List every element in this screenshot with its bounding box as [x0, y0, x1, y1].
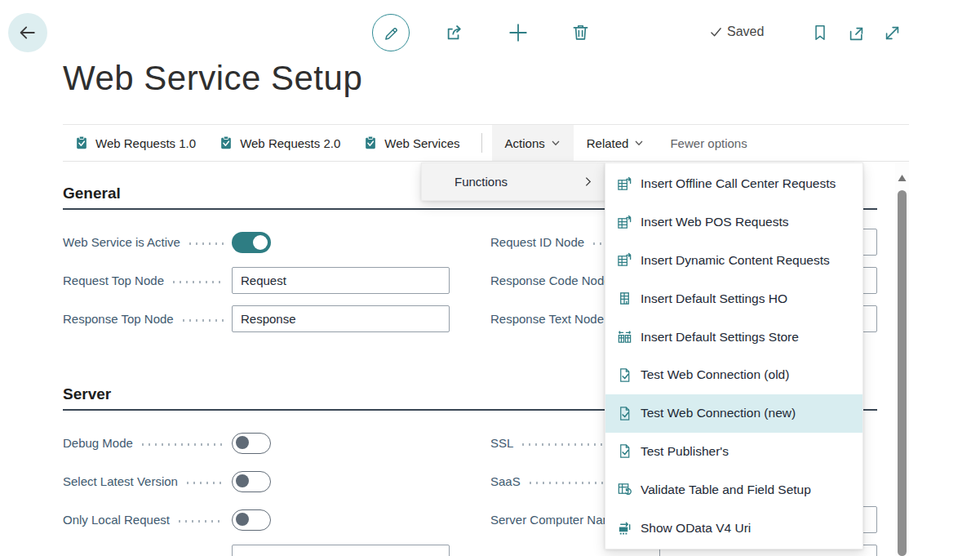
field-response-top-node: Response Top Node: [63, 300, 450, 338]
table-refresh-icon: [617, 482, 632, 497]
menu-item-functions[interactable]: Functions: [422, 163, 605, 200]
check-icon: [710, 26, 722, 38]
field-label: Server Computer Name: [490, 513, 619, 527]
submenu-item-label: Validate Table and Field Setup: [641, 483, 811, 497]
field-label: Response Top Node: [63, 312, 174, 326]
field-label: Web Service is Active: [63, 235, 180, 249]
save-status-label: Saved: [727, 24, 764, 39]
clipboard-check-icon: [74, 136, 89, 150]
action-bar: Web Requests 1.0 Web Requests 2.0 Web Se…: [63, 124, 909, 162]
submenu-item[interactable]: Insert Default Settings HO: [605, 279, 862, 318]
scrollbar-thumb[interactable]: [898, 190, 907, 556]
add-new-icon: [508, 22, 529, 43]
debug-mode-toggle[interactable]: [232, 433, 271, 454]
back-button[interactable]: [8, 13, 47, 52]
ribbon-tab-label: Web Requests 1.0: [95, 136, 196, 150]
actions-menu-button[interactable]: Actions: [492, 125, 574, 161]
submenu-item-label: Insert Offline Call Center Requests: [641, 176, 836, 191]
functions-submenu: Insert Offline Call Center Requests Inse…: [605, 162, 863, 549]
ribbon-tab[interactable]: Web Services: [352, 125, 471, 161]
bookmark-button[interactable]: [811, 24, 829, 42]
open-in-new-window-icon: [847, 24, 866, 43]
dotted-leader: [171, 281, 224, 283]
field-label: SSL: [490, 436, 513, 450]
actions-dropdown-menu: Functions: [421, 162, 605, 201]
ribbon-tab[interactable]: Web Requests 2.0: [207, 125, 352, 161]
scroll-up-arrow-icon[interactable]: [898, 174, 907, 182]
ribbon-tab-label: Web Requests 2.0: [240, 136, 340, 150]
field-partial-left: [63, 539, 450, 556]
open-in-new-window-button[interactable]: [847, 24, 866, 43]
delete-button[interactable]: [570, 22, 591, 42]
request-top-node-input[interactable]: [232, 267, 450, 294]
clipboard-check-icon: [219, 136, 233, 150]
submenu-item-label: Test Publisher's: [641, 444, 729, 459]
field-label: Request ID Node: [490, 235, 584, 249]
new-button[interactable]: [508, 22, 529, 43]
page-check-icon: [617, 443, 632, 459]
submenu-item-label: Insert Default Settings Store: [641, 330, 799, 345]
submenu-item[interactable]: Test Web Connection (new): [605, 394, 862, 433]
field-label: Response Text Node: [490, 312, 604, 326]
response-top-node-input[interactable]: [232, 305, 450, 332]
back-arrow-icon: [18, 23, 38, 42]
vertical-scrollbar[interactable]: [895, 162, 909, 556]
delete-trash-icon: [570, 22, 591, 42]
submenu-item-label: Test Web Connection (old): [641, 367, 789, 382]
submenu-item-label: Insert Dynamic Content Requests: [641, 253, 830, 268]
ribbon-tab[interactable]: Web Requests 1.0: [63, 125, 207, 161]
edit-pencil-icon: [383, 24, 400, 42]
submenu-item[interactable]: Validate Table and Field Setup: [605, 470, 862, 509]
submenu-item[interactable]: Insert Dynamic Content Requests: [605, 242, 862, 280]
building-icon: [617, 291, 632, 306]
save-status: Saved: [710, 24, 764, 39]
field-web-service-is-active: Web Service is Active: [63, 223, 450, 261]
ribbon-tab-label: Web Services: [384, 136, 459, 150]
submenu-item-label: Test Web Connection (new): [641, 406, 796, 420]
clipboard-check-icon: [363, 136, 378, 150]
field-only-local-request: Only Local Request: [63, 500, 450, 539]
only-local-request-toggle[interactable]: [232, 509, 271, 531]
field-label: Response Code Node: [490, 274, 611, 287]
store-arrows-icon: [617, 329, 632, 345]
submenu-item[interactable]: Insert Web POS Requests: [605, 203, 862, 242]
dotted-leader: [176, 520, 224, 523]
table-insert-arrow-icon: [617, 176, 632, 192]
bookmark-icon: [811, 24, 829, 42]
grid-arrows-icon: [617, 520, 632, 536]
field-label: SaaS: [490, 474, 521, 488]
dotted-leader: [180, 319, 224, 322]
field-select-latest-version: Select Latest Version: [63, 462, 450, 500]
share-button[interactable]: [444, 23, 464, 43]
ribbon-divider: [481, 133, 482, 153]
field-label: Select Latest Version: [63, 474, 178, 488]
field-label: Request Top Node: [63, 274, 164, 287]
submenu-item[interactable]: Insert Offline Call Center Requests: [605, 165, 862, 203]
field-label: Only Local Request: [63, 513, 170, 527]
submenu-item[interactable]: Insert Default Settings Store: [605, 318, 862, 356]
field-request-top-node: Request Top Node: [63, 261, 450, 300]
related-menu-button[interactable]: Related: [574, 125, 658, 161]
dotted-leader: [187, 242, 224, 245]
expand-button[interactable]: [883, 24, 902, 42]
partial-left-input[interactable]: [232, 545, 450, 556]
chevron-down-icon: [551, 138, 561, 148]
menu-item-label: Functions: [455, 175, 508, 189]
submenu-item[interactable]: Test Publisher's: [605, 433, 862, 471]
fewer-options-button[interactable]: Fewer options: [657, 125, 760, 161]
field-debug-mode: Debug Mode: [63, 424, 450, 462]
actions-menu-label: Actions: [505, 136, 545, 150]
field-label: Debug Mode: [63, 436, 133, 450]
submenu-item[interactable]: Show OData V4 Uri: [605, 509, 862, 547]
edit-pencil-button[interactable]: [372, 14, 410, 51]
pinned-actions: Web Requests 1.0 Web Requests 2.0 Web Se…: [63, 125, 472, 161]
submenu-item-label: Show OData V4 Uri: [641, 521, 751, 536]
related-menu-label: Related: [587, 136, 629, 150]
web-service-is-active-toggle[interactable]: [232, 232, 271, 253]
submenu-item-label: Insert Default Settings HO: [641, 291, 787, 306]
submenu-item[interactable]: Test Web Connection (old): [605, 356, 862, 394]
table-insert-arrow-icon: [617, 252, 632, 268]
chevron-down-icon: [634, 138, 644, 148]
submenu-item-label: Insert Web POS Requests: [641, 215, 789, 229]
select-latest-version-toggle[interactable]: [232, 471, 271, 492]
